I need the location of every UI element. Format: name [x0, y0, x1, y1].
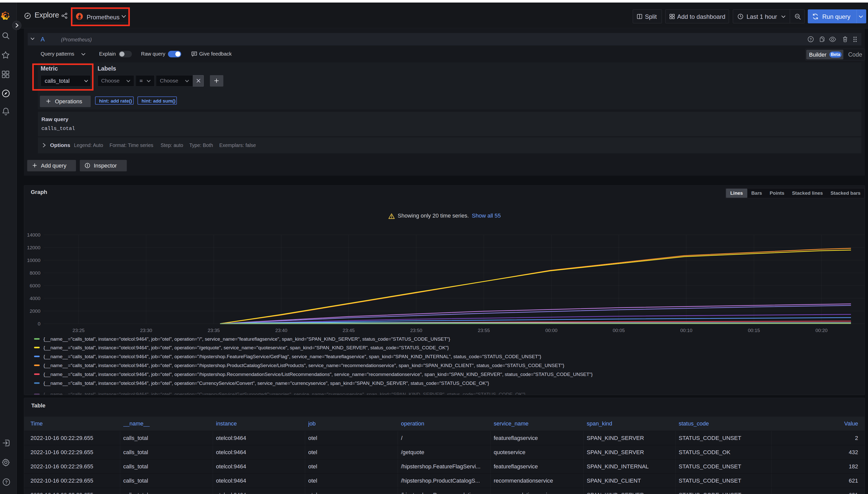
svg-text:23:25: 23:25 [72, 328, 85, 333]
svg-text:00:10: 00:10 [680, 328, 692, 333]
svg-text:12000: 12000 [27, 245, 40, 250]
svg-text:23:45: 23:45 [343, 328, 355, 333]
svg-text:23:40: 23:40 [275, 328, 287, 333]
svg-text:?: ? [810, 37, 812, 41]
svg-text:23:50: 23:50 [410, 328, 422, 333]
svg-text:10000: 10000 [27, 258, 40, 263]
svg-text:00:05: 00:05 [613, 328, 625, 333]
svg-text:0: 0 [38, 321, 40, 326]
svg-text:00:20: 00:20 [815, 328, 828, 333]
svg-text:23:30: 23:30 [140, 328, 152, 333]
svg-text:00:15: 00:15 [748, 328, 760, 333]
svg-text:8000: 8000 [30, 270, 40, 276]
svg-text:6000: 6000 [30, 283, 40, 288]
svg-text:14000: 14000 [27, 232, 40, 238]
svg-text:00:00: 00:00 [545, 328, 558, 333]
svg-text:4000: 4000 [30, 296, 40, 301]
svg-text:2000: 2000 [30, 308, 40, 314]
svg-text:?: ? [5, 480, 7, 484]
svg-text:23:35: 23:35 [207, 328, 220, 333]
svg-text:23:55: 23:55 [478, 328, 490, 333]
